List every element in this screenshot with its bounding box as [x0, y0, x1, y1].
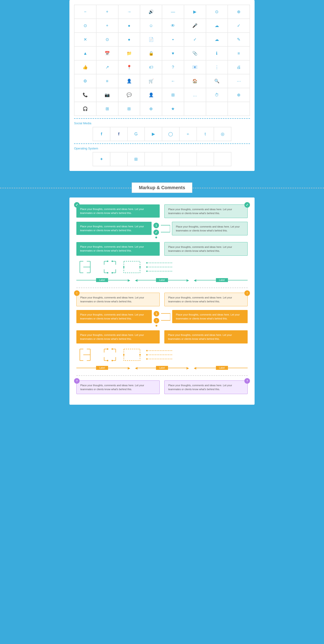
icon-os-empty5: [214, 152, 231, 166]
green-label-2: Label: [156, 278, 168, 282]
icon-dash: —: [162, 5, 184, 19]
svg-point-55: [139, 354, 141, 356]
green-label-arrow-3: ▶ Label: [194, 278, 248, 282]
purple-row1: ? Place your thoughts, comments and idea…: [76, 380, 248, 394]
orange-bracket-1: [76, 348, 97, 362]
green-label-arrow-2: ▶ Label ▶: [135, 278, 189, 282]
icon-empty1: [184, 102, 206, 116]
orange-arrow-l2: ▶: [135, 366, 137, 370]
green-arrow-r1: ▶: [128, 278, 130, 282]
icon-info: ℹ: [206, 46, 228, 60]
icon-facebook: f: [110, 127, 127, 141]
icon-play: ▶: [184, 5, 206, 19]
svg-rect-22: [124, 261, 140, 273]
green-line-r1: [108, 280, 128, 280]
green-comment-2: Place your thoughts, comments and ideas …: [164, 204, 248, 218]
orange-bracket-dashed: [123, 348, 141, 362]
bracket-svg-2: [102, 260, 118, 274]
icon-paperclip: 📎: [184, 46, 206, 60]
icon-arrow-left: ←: [162, 74, 184, 88]
orange-comment-4: Place your thoughts, comments and ideas …: [172, 310, 248, 323]
green-badge-check-3: ✓: [153, 230, 159, 235]
icon-plus2: +: [96, 19, 118, 32]
orange-row3: Place your thoughts, comments and ideas …: [76, 330, 248, 344]
green-box-2-wrapper: ✓ Place your thoughts, comments and idea…: [164, 204, 248, 218]
green-comment-4: Place your thoughts, comments and ideas …: [172, 222, 248, 236]
icon-arrow-right: →: [118, 5, 140, 19]
orange-comment-3: Place your thoughts, comments and ideas …: [76, 310, 152, 323]
divider-1: [76, 288, 248, 288]
orange-bracket-svg-dashed: [123, 348, 141, 362]
orange-comment-6: Place your thoughts, comments and ideas …: [164, 330, 248, 344]
orange-badge-2: !: [244, 290, 250, 296]
icon-folder: 📁: [118, 46, 140, 60]
green-bracket-2: [102, 260, 118, 274]
icon-ellipsis: …: [184, 88, 206, 102]
orange-dashed-lines-svg: [146, 348, 174, 361]
icon-chat: 💬: [118, 88, 140, 102]
icon-camera: 📷: [96, 88, 118, 102]
green-badge-check-2: ✓: [244, 202, 250, 208]
icon-email: 📧: [184, 60, 206, 74]
icons-section: − + → 🔊 — ▶ ⊙ ⊕ ⊙ + ● ☺ 👁 🎤 ☁ ✓ ✕ ⊙ ● 📄 …: [69, 0, 255, 171]
svg-rect-53: [124, 349, 140, 360]
icon-eye: 👁: [162, 19, 184, 32]
icon-user: 👤: [118, 74, 140, 88]
icon-android: ✦: [93, 152, 110, 166]
green-label-1: Label: [96, 278, 108, 282]
green-label-3: Label: [216, 278, 228, 282]
orange-line-l3: [196, 368, 216, 368]
icon-gear: ⚙: [74, 74, 96, 88]
orange-label-arrow-3: ▶ Label: [194, 366, 248, 370]
purple-badge-1: ?: [74, 378, 80, 384]
icon-check2: ✓: [184, 32, 206, 46]
svg-point-56: [146, 350, 148, 351]
icon-dots-v: ⋮: [206, 60, 228, 74]
icon-print: 🖨: [228, 60, 250, 74]
green-line-r3: [228, 280, 248, 280]
green-comment-5: Place your thoughts, comments and ideas …: [76, 242, 160, 256]
icon-phone: 📞: [74, 88, 96, 102]
orange-label-3: Label: [216, 366, 228, 370]
icon-os-empty1: [145, 152, 162, 166]
green-line-l1: [76, 280, 96, 280]
green-badge-col: 1 ✓: [153, 222, 159, 238]
icon-circle2: ⊙: [96, 32, 118, 46]
icon-instagram: ◯: [162, 127, 179, 141]
orange-connector-row: [76, 347, 248, 362]
green-arrow-l3: ▶: [194, 278, 196, 282]
green-row2: Place your thoughts, comments and ideas …: [76, 222, 248, 238]
icon-mic: 🎤: [184, 19, 206, 32]
markup-section: ✓ Place your thoughts, comments and idea…: [69, 198, 255, 405]
icon-doc: 📄: [140, 32, 162, 46]
icon-grid: ⊞: [162, 88, 184, 102]
green-dot-1: [155, 236, 157, 238]
orange-line-r2: [168, 368, 186, 368]
green-box-1-wrapper: ✓ Place your thoughts, comments and idea…: [76, 204, 160, 218]
icon-minus: −: [74, 5, 96, 19]
icon-youtube: ▶: [145, 127, 162, 141]
icon-empty2: [206, 102, 228, 116]
icon-facebook-f: f: [93, 127, 110, 141]
bracket-svg-dashed: [123, 260, 141, 274]
svg-point-25: [146, 262, 148, 264]
icon-share: ↗: [96, 60, 118, 74]
orange-connector-svg: [161, 310, 170, 324]
icon-grid-social: f f G ▶ ◯ in t ◎: [93, 127, 231, 141]
icon-question: ?: [162, 60, 184, 74]
green-comment-1: Place your thoughts, comments and ideas …: [76, 204, 160, 218]
icon-plus-circle: ⊕: [228, 88, 250, 102]
icon-dot: ●: [118, 32, 140, 46]
green-connector-right: [161, 222, 170, 236]
os-label: Operating System: [74, 144, 250, 152]
svg-point-24: [139, 266, 141, 268]
icon-tag: 🏷: [140, 60, 162, 74]
orange-bracket-2: [102, 348, 118, 362]
svg-point-27: [146, 266, 148, 268]
icon-headphones: 🎧: [74, 102, 96, 116]
icon-grid-main: − + → 🔊 — ▶ ⊙ ⊕ ⊙ + ● ☺ 👁 🎤 ☁ ✓ ✕ ⊙ ● 📄 …: [74, 4, 250, 116]
icon-cart: 🛒: [140, 74, 162, 88]
green-label-arrow-1: Label ▶: [76, 278, 130, 282]
icon-clock: ⏱: [206, 88, 228, 102]
icon-grid-os: ✦ ⊞: [93, 152, 231, 166]
